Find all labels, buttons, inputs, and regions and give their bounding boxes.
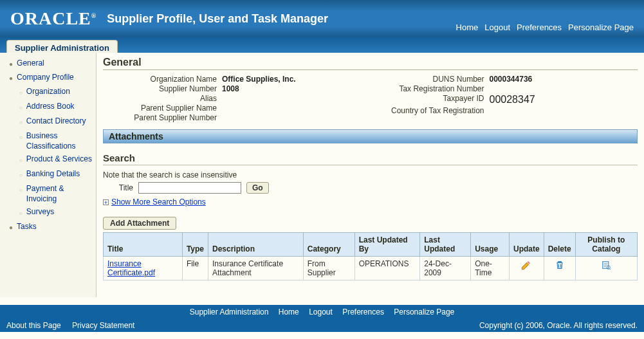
footer-bottom: About this Page Privacy Statement Copyri…	[0, 319, 644, 332]
label-country: Country of Tax Registration	[371, 106, 490, 115]
footer-links: Supplier Administration Home Logout Pref…	[0, 305, 644, 319]
col-updated-by[interactable]: Last Updated By	[354, 233, 420, 257]
sidebar-business-classifications[interactable]: ○Business Classifications	[0, 129, 96, 152]
col-title[interactable]: Title	[104, 233, 183, 257]
bullet-icon: ●	[9, 73, 13, 84]
label-tax-reg: Tax Registration Number	[371, 84, 490, 93]
col-description[interactable]: Description	[208, 233, 304, 257]
pencil-icon[interactable]	[520, 264, 532, 273]
sidebar-address-book[interactable]: ○Address Book	[0, 100, 96, 115]
ring-icon: ○	[19, 133, 23, 143]
label-parent-num: Parent Supplier Number	[103, 113, 222, 122]
footer-personalize[interactable]: Personalize Page	[394, 307, 454, 316]
app-header: ORACLE® Supplier Profile, User and Task …	[0, 0, 644, 37]
value-org-name: Office Supplies, Inc.	[222, 75, 296, 84]
sidebar-company-profile[interactable]: ●Company Profile	[0, 71, 96, 85]
cell-updated-by: OPERATIONS	[354, 257, 420, 280]
show-more-link[interactable]: Show More Search Options	[111, 197, 206, 206]
expand-icon: +	[103, 199, 109, 205]
footer-home[interactable]: Home	[279, 307, 299, 316]
footer-supplier-admin[interactable]: Supplier Administration	[190, 307, 269, 316]
value-supplier-num: 1008	[222, 84, 239, 93]
search-title-input[interactable]	[138, 182, 241, 194]
cell-usage: One-Time	[471, 257, 510, 280]
footer-privacy[interactable]: Privacy Statement	[72, 321, 134, 330]
sidebar-surveys[interactable]: ○Surveys	[0, 205, 96, 220]
top-nav: Home Logout Preferences Personalize Page	[456, 23, 634, 32]
footer-copyright: Copyright (c) 2006, Oracle. All rights r…	[479, 321, 638, 330]
sidebar: ●General ●Company Profile ○Organization …	[0, 53, 97, 297]
label-duns: DUNS Number	[371, 75, 490, 84]
table-row: Insurance Certificate.pdf File Insurance…	[104, 257, 638, 280]
ring-icon: ○	[19, 170, 23, 181]
search-header: Search	[103, 152, 638, 165]
label-org-name: Organization Name	[103, 75, 222, 84]
cell-updated: 24-Dec-2009	[420, 257, 471, 280]
ring-icon: ○	[19, 88, 23, 98]
footer-preferences[interactable]: Preferences	[342, 307, 384, 316]
trash-icon[interactable]	[554, 264, 566, 273]
bullet-icon: ●	[9, 223, 13, 233]
ring-icon: ○	[19, 156, 23, 166]
col-delete[interactable]: Delete	[544, 233, 575, 257]
cell-description: Insurance Certificate Attachment	[208, 257, 304, 280]
sidebar-banking-details[interactable]: ○Banking Details	[0, 167, 96, 182]
attachment-title-link[interactable]: Insurance Certificate.pdf	[107, 259, 155, 277]
general-details: Organization NameOffice Supplies, Inc. S…	[103, 74, 638, 123]
oracle-logo: ORACLE®	[10, 8, 97, 29]
label-alias: Alias	[103, 94, 222, 103]
ring-icon: ○	[19, 118, 23, 128]
nav-home[interactable]: Home	[456, 23, 479, 32]
sidebar-contact-directory[interactable]: ○Contact Directory	[0, 115, 96, 129]
ring-icon: ○	[19, 208, 23, 219]
search-note: Note that the search is case insensitive	[103, 170, 638, 179]
ring-icon: ○	[19, 103, 23, 113]
nav-logout[interactable]: Logout	[484, 23, 510, 32]
tab-bar: Supplier Administration	[0, 37, 644, 53]
section-title-general: General	[103, 57, 638, 70]
footer-about[interactable]: About this Page	[6, 321, 61, 330]
value-taxpayer: 00028347	[490, 94, 535, 105]
value-duns: 0000344736	[490, 75, 533, 84]
bullet-icon: ●	[9, 59, 13, 69]
col-update[interactable]: Update	[509, 233, 544, 257]
footer-logout[interactable]: Logout	[309, 307, 333, 316]
sidebar-organization[interactable]: ○Organization	[0, 85, 96, 100]
label-taxpayer: Taxpayer ID	[371, 94, 490, 105]
nav-preferences[interactable]: Preferences	[517, 23, 562, 32]
add-attachment-button[interactable]: Add Attachment	[103, 217, 176, 230]
ring-icon: ○	[19, 185, 23, 196]
nav-personalize[interactable]: Personalize Page	[568, 23, 634, 32]
cell-type: File	[182, 257, 208, 280]
go-button[interactable]: Go	[246, 182, 269, 194]
search-title-label: Title	[103, 183, 138, 192]
col-type[interactable]: Type	[182, 233, 208, 257]
show-more-search[interactable]: +Show More Search Options	[103, 197, 638, 206]
col-publish[interactable]: Publish to Catalog	[575, 233, 637, 257]
label-parent-name: Parent Supplier Name	[103, 104, 222, 113]
sidebar-tasks[interactable]: ●Tasks	[0, 220, 96, 234]
sidebar-product-services[interactable]: ○Product & Services	[0, 152, 96, 167]
attachments-header: Attachments	[103, 129, 638, 143]
attachments-table: Title Type Description Category Last Upd…	[103, 232, 638, 280]
cell-category: From Supplier	[303, 257, 354, 280]
app-title: Supplier Profile, User and Task Manager	[107, 12, 328, 26]
content-area: General Organization NameOffice Supplies…	[97, 53, 644, 297]
col-updated[interactable]: Last Updated	[420, 233, 471, 257]
col-usage[interactable]: Usage	[471, 233, 510, 257]
sidebar-payment-invoicing[interactable]: ○Payment & Invoicing	[0, 182, 96, 205]
sidebar-general[interactable]: ●General	[0, 57, 96, 71]
publish-icon[interactable]	[600, 264, 612, 273]
label-supplier-num: Supplier Number	[103, 84, 222, 93]
col-category[interactable]: Category	[303, 233, 354, 257]
